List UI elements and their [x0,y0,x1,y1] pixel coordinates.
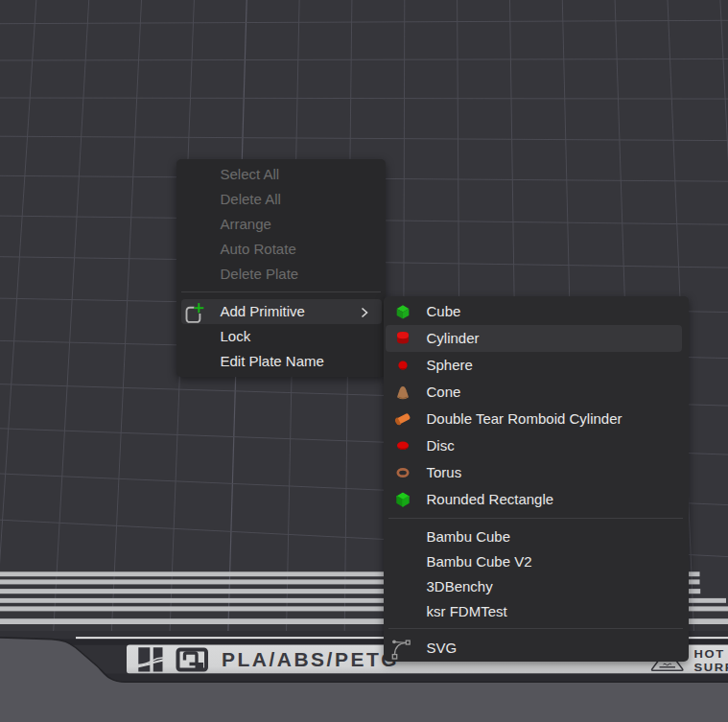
svg-text:HOT: HOT [694,647,725,660]
svg-text:SURFACE: SURFACE [694,661,728,673]
svg-text:PLA/ABS/PETG: PLA/ABS/PETG [222,650,399,670]
